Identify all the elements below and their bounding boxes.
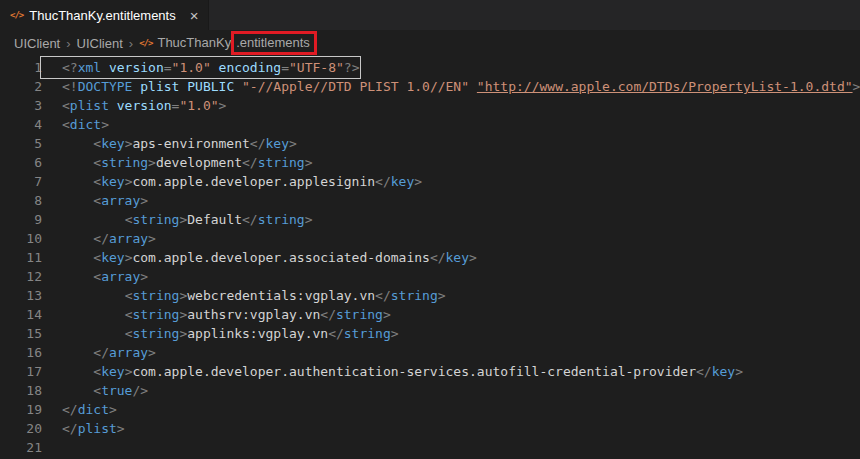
line-number: 19 xyxy=(0,400,42,419)
code-line[interactable]: 13 <string>webcredentials:vgplay.vn</str… xyxy=(0,286,860,305)
line-content: <key>com.apple.developer.authentication-… xyxy=(42,362,743,381)
code-line[interactable]: 6 <string>development</string> xyxy=(0,153,860,172)
line-content: </dict> xyxy=(42,400,117,419)
line-number: 20 xyxy=(0,419,42,438)
code-editor[interactable]: 1<?xml version="1.0" encoding="UTF-8"?>2… xyxy=(0,56,860,459)
annotation-box: .entitlements xyxy=(231,31,317,55)
line-content: <plist version="1.0"> xyxy=(42,96,226,115)
line-content: </plist> xyxy=(42,419,125,438)
breadcrumb-item-uiclient-2[interactable]: UIClient xyxy=(77,36,123,51)
line-number: 21 xyxy=(0,438,42,457)
chevron-right-icon: › xyxy=(66,36,70,51)
line-number: 7 xyxy=(0,172,42,191)
line-number: 11 xyxy=(0,248,42,267)
code-line[interactable]: 19</dict> xyxy=(0,400,860,419)
xml-file-icon: </> xyxy=(10,10,23,20)
code-line[interactable]: 4<dict> xyxy=(0,115,860,134)
line-number: 2 xyxy=(0,77,42,96)
code-line[interactable]: 17 <key>com.apple.developer.authenticati… xyxy=(0,362,860,381)
line-number: 1 xyxy=(0,58,42,77)
line-number: 8 xyxy=(0,191,42,210)
line-content: </array> xyxy=(42,343,156,362)
line-content: <string>applinks:vgplay.vn</string> xyxy=(42,324,399,343)
close-icon[interactable]: × xyxy=(190,8,199,23)
line-number: 18 xyxy=(0,381,42,400)
line-content: <string>authsrv:vgplay.vn</string> xyxy=(42,305,391,324)
line-content: <string>development</string> xyxy=(42,153,312,172)
line-content: <?xml version="1.0" encoding="UTF-8"?> xyxy=(42,58,359,77)
code-line[interactable]: 20</plist> xyxy=(0,419,860,438)
line-number: 15 xyxy=(0,324,42,343)
code-line[interactable]: 7 <key>com.apple.developer.applesignin</… xyxy=(0,172,860,191)
line-number: 3 xyxy=(0,96,42,115)
code-line[interactable]: 21 xyxy=(0,438,860,457)
line-number: 14 xyxy=(0,305,42,324)
code-line[interactable]: 1<?xml version="1.0" encoding="UTF-8"?> xyxy=(0,58,860,77)
code-line[interactable]: 10 </array> xyxy=(0,229,860,248)
line-number: 17 xyxy=(0,362,42,381)
breadcrumb-file-extension: .entitlements xyxy=(236,35,310,50)
line-number: 4 xyxy=(0,115,42,134)
breadcrumb: UIClient › UIClient › </> ThucThanKy.ent… xyxy=(0,30,860,56)
editor-tab[interactable]: </> ThucThanKy.entitlements × xyxy=(0,0,209,30)
line-content xyxy=(42,438,62,457)
code-line[interactable]: 14 <string>authsrv:vgplay.vn</string> xyxy=(0,305,860,324)
line-content: </array> xyxy=(42,229,156,248)
line-number: 13 xyxy=(0,286,42,305)
line-content: <array> xyxy=(42,267,148,286)
line-number: 5 xyxy=(0,134,42,153)
code-line[interactable]: 11 <key>com.apple.developer.associated-d… xyxy=(0,248,860,267)
line-number: 6 xyxy=(0,153,42,172)
chevron-right-icon: › xyxy=(129,36,133,51)
xml-file-icon: </> xyxy=(139,38,152,48)
breadcrumb-item-file[interactable]: ThucThanKy.entitlements xyxy=(157,35,316,51)
code-line[interactable]: 16 </array> xyxy=(0,343,860,362)
line-content: <key>aps-environment</key> xyxy=(42,134,297,153)
line-content: <array> xyxy=(42,191,148,210)
tab-bar: </> ThucThanKy.entitlements × xyxy=(0,0,860,30)
line-content: <key>com.apple.developer.applesignin</ke… xyxy=(42,172,422,191)
line-content: <string>webcredentials:vgplay.vn</string… xyxy=(42,286,446,305)
line-content: <string>Default</string> xyxy=(42,210,313,229)
line-number: 12 xyxy=(0,267,42,286)
line-number: 9 xyxy=(0,210,42,229)
line-number: 16 xyxy=(0,343,42,362)
code-line[interactable]: 12 <array> xyxy=(0,267,860,286)
line-content: <key>com.apple.developer.associated-doma… xyxy=(42,248,477,267)
code-line[interactable]: 9 <string>Default</string> xyxy=(0,210,860,229)
code-line[interactable]: 15 <string>applinks:vgplay.vn</string> xyxy=(0,324,860,343)
code-line[interactable]: 3<plist version="1.0"> xyxy=(0,96,860,115)
breadcrumb-item-uiclient[interactable]: UIClient xyxy=(14,36,60,51)
code-lines: 1<?xml version="1.0" encoding="UTF-8"?>2… xyxy=(0,58,860,457)
code-line[interactable]: 5 <key>aps-environment</key> xyxy=(0,134,860,153)
breadcrumb-file-basename: ThucThanKy xyxy=(157,35,231,50)
code-line[interactable]: 2<!DOCTYPE plist PUBLIC "-//Apple//DTD P… xyxy=(0,77,860,96)
vscode-window: </> ThucThanKy.entitlements × UIClient ›… xyxy=(0,0,860,459)
code-line[interactable]: 8 <array> xyxy=(0,191,860,210)
code-line[interactable]: 18 <true/> xyxy=(0,381,860,400)
line-content: <dict> xyxy=(42,115,109,134)
line-number: 10 xyxy=(0,229,42,248)
line-content: <true/> xyxy=(42,381,148,400)
tab-title: ThucThanKy.entitlements xyxy=(29,8,175,23)
line-content: <!DOCTYPE plist PUBLIC "-//Apple//DTD PL… xyxy=(42,77,860,96)
